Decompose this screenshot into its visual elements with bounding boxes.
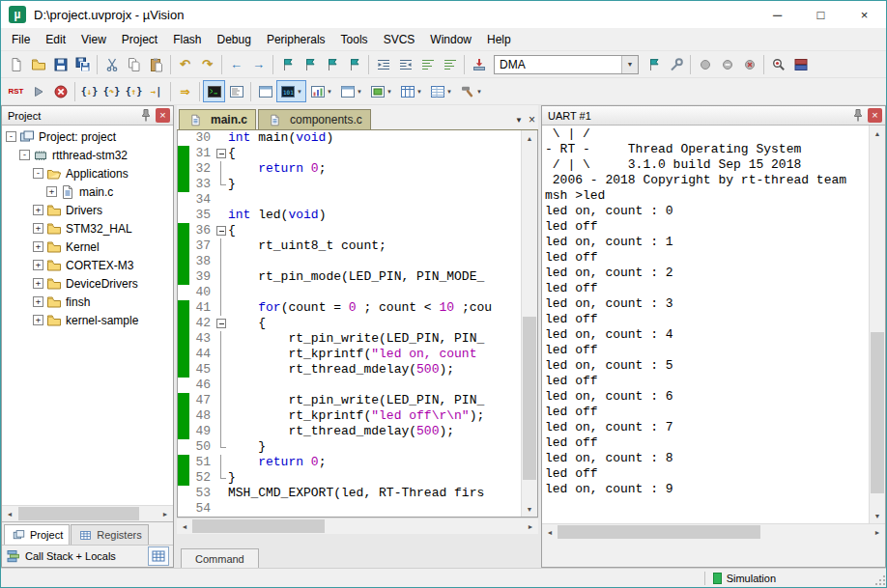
run-to-cursor-button[interactable]: →| <box>145 80 167 102</box>
call-stack-tab[interactable]: Call Stack + Locals <box>25 550 116 562</box>
expand-box[interactable]: + <box>33 241 43 252</box>
scroll-thumb[interactable] <box>18 507 139 520</box>
workspace-tab-registers[interactable]: Registers <box>71 524 148 545</box>
maximize-button[interactable]: □ <box>799 1 843 28</box>
menu-view[interactable]: View <box>73 30 114 49</box>
open-file-button[interactable] <box>27 53 49 75</box>
help-books-button[interactable] <box>789 53 812 75</box>
tree-item-rtthread-stm32[interactable]: -rtthread-stm32 <box>2 146 173 164</box>
copy-button[interactable] <box>123 53 145 75</box>
symbol-window-button[interactable] <box>254 80 276 102</box>
uart-hscrollbar[interactable]: ◄► <box>542 523 885 540</box>
indent-button[interactable] <box>372 53 394 75</box>
system-viewer-button[interactable]: ▼ <box>366 80 396 102</box>
pin-icon[interactable] <box>850 108 866 124</box>
minimize-button[interactable]: ─ <box>756 1 799 28</box>
editor-tab-components-c[interactable]: components.c <box>258 109 371 129</box>
nav-back-button[interactable]: ← <box>225 53 247 75</box>
fold-toggle[interactable] <box>215 223 228 238</box>
expand-box[interactable]: + <box>33 205 43 215</box>
project-tree[interactable]: -Project: project-rtthread-stm32-Applica… <box>2 126 173 505</box>
titlebar[interactable]: µ D:\project.uvprojx - µVision ─ □ × <box>1 1 886 28</box>
bookmark-toggle-button[interactable] <box>276 53 299 75</box>
show-next-statement-button[interactable]: ⇒ <box>174 80 196 102</box>
uart-output[interactable]: \ | /- RT - Thread Operating System / | … <box>542 126 869 523</box>
scroll-right-arrow[interactable]: ► <box>870 524 885 540</box>
collapse-box[interactable]: - <box>33 168 43 179</box>
options-for-target-button[interactable] <box>665 53 687 75</box>
scroll-thumb[interactable] <box>871 332 884 493</box>
workspace-tab-project[interactable]: Project <box>4 524 70 545</box>
scroll-up-arrow[interactable]: ▲ <box>522 130 537 146</box>
menu-project[interactable]: Project <box>114 30 165 49</box>
expand-box[interactable]: + <box>46 186 57 197</box>
uncomment-button[interactable] <box>439 53 461 75</box>
project-tree-hscrollbar[interactable]: ◄► <box>2 505 173 521</box>
reset-button[interactable]: RST <box>5 80 27 102</box>
uart-vscrollbar[interactable]: ▲▼ <box>869 126 885 523</box>
flag-button[interactable] <box>643 53 665 75</box>
uart-panel-close-button[interactable]: × <box>868 108 882 123</box>
fold-toggle[interactable] <box>215 146 228 161</box>
editor-tab-main-c[interactable]: main.c <box>179 109 256 129</box>
flash-download-button[interactable] <box>468 53 490 75</box>
editor-vscrollbar[interactable]: ▲▼ <box>521 130 537 517</box>
toolbox-button[interactable]: ▼ <box>456 80 486 102</box>
expand-box[interactable]: + <box>33 223 43 234</box>
stop-button[interactable] <box>49 80 72 102</box>
breakpoint-kill-button[interactable] <box>738 53 760 75</box>
save-button[interactable] <box>49 53 72 75</box>
nav-forward-button[interactable]: → <box>247 53 270 75</box>
scroll-right-arrow[interactable]: ► <box>157 506 173 521</box>
tree-item-project-project[interactable]: -Project: project <box>2 127 173 146</box>
breakpoint-disable-button[interactable] <box>716 53 738 75</box>
menu-debug[interactable]: Debug <box>210 30 259 49</box>
paste-button[interactable] <box>145 53 167 75</box>
breakpoint-toggle-button[interactable] <box>694 53 716 75</box>
save-all-button[interactable] <box>72 53 94 75</box>
step-out-button[interactable]: {↑} <box>123 80 145 102</box>
expand-box[interactable]: + <box>33 278 43 289</box>
analysis-window-button[interactable]: ▼ <box>306 80 336 102</box>
menu-help[interactable]: Help <box>479 30 519 49</box>
scroll-thumb[interactable] <box>523 317 536 480</box>
tree-item-devicedrivers[interactable]: +DeviceDrivers <box>2 274 173 293</box>
menu-edit[interactable]: Edit <box>38 30 73 49</box>
tree-item-drivers[interactable]: +Drivers <box>2 201 173 219</box>
bookmark-prev-button[interactable] <box>299 53 321 75</box>
close-button[interactable]: × <box>843 1 886 28</box>
tree-item-cortex-m3[interactable]: +CORTEX-M3 <box>2 256 173 274</box>
expand-box[interactable]: + <box>33 296 43 307</box>
menu-peripherals[interactable]: Peripherals <box>259 30 333 49</box>
tree-item-finsh[interactable]: +finsh <box>2 293 173 311</box>
pin-icon[interactable] <box>138 108 154 124</box>
serial-window-button[interactable]: 101▼ <box>276 80 306 102</box>
scroll-left-arrow[interactable]: ◄ <box>177 518 192 534</box>
tab-list-button[interactable]: ▼ <box>515 116 523 125</box>
expand-box[interactable]: + <box>33 315 43 325</box>
undo-button[interactable]: ↶ <box>174 53 196 75</box>
outdent-button[interactable] <box>394 53 416 75</box>
bookmark-clear-button[interactable] <box>343 53 365 75</box>
watch-window-button[interactable]: ▼ <box>426 80 456 102</box>
scroll-right-arrow[interactable]: ► <box>523 518 538 534</box>
expand-box[interactable]: + <box>33 260 43 270</box>
project-panel-close-button[interactable]: × <box>156 108 170 123</box>
tree-item-kernel[interactable]: +Kernel <box>2 238 173 256</box>
scroll-thumb[interactable] <box>192 519 325 533</box>
run-button[interactable] <box>27 80 49 102</box>
editor-hscrollbar[interactable]: ◄► <box>177 518 538 534</box>
trace-window-button[interactable]: ▼ <box>336 80 366 102</box>
target-select[interactable]: DMA▼ <box>494 55 639 74</box>
find-in-files-button[interactable] <box>767 53 789 75</box>
tree-item-stm32-hal[interactable]: +STM32_HAL <box>2 219 173 238</box>
scroll-left-arrow[interactable]: ◄ <box>542 524 558 540</box>
cut-button[interactable] <box>100 53 123 75</box>
close-file-button[interactable]: × <box>529 115 535 125</box>
code-editor[interactable]: 30int main(void)31{32 return 0;33}3435in… <box>178 130 521 517</box>
scroll-up-arrow[interactable]: ▲ <box>870 126 885 141</box>
menu-tools[interactable]: Tools <box>333 30 376 49</box>
resize-grip[interactable] <box>873 571 886 586</box>
fold-toggle[interactable] <box>215 316 228 331</box>
combo-dropdown-icon[interactable]: ▼ <box>621 56 638 73</box>
